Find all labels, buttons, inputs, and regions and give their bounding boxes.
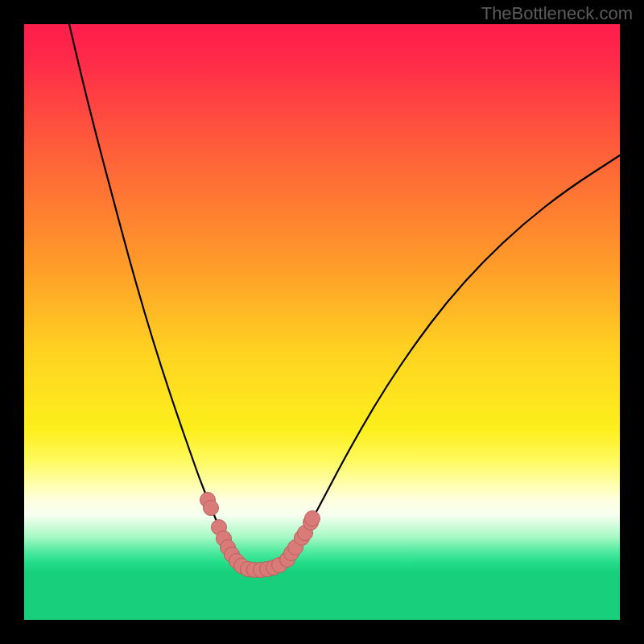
plot-area — [24, 24, 620, 620]
marker-dot — [305, 511, 320, 526]
gradient-background — [24, 24, 620, 620]
marker-dot — [204, 501, 219, 516]
chart-frame: TheBottleneck.com — [0, 0, 644, 644]
attribution-label: TheBottleneck.com — [481, 3, 633, 24]
bottleneck-chart — [24, 24, 620, 620]
